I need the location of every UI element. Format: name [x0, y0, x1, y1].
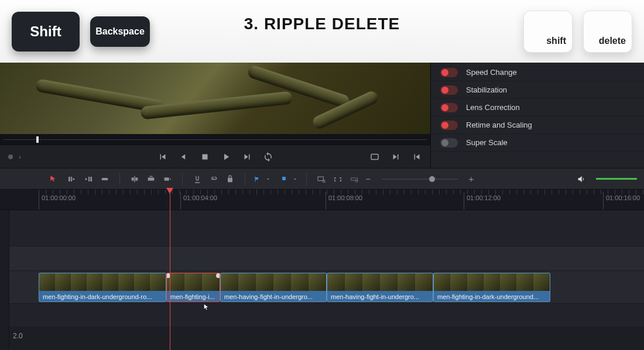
- inspector-row[interactable]: Retime and Scaling: [431, 116, 644, 134]
- clip-label: men-having-fight-in-undergro...: [327, 291, 433, 302]
- svg-rect-8: [282, 177, 286, 180]
- key-backspace: Backspace: [90, 16, 150, 47]
- in-point-marker[interactable]: [36, 136, 39, 143]
- timeline-toolbar: − +: [0, 168, 644, 189]
- track-gutter: [0, 210, 9, 350]
- clip-label: men-fighting-i...: [167, 291, 220, 302]
- playhead[interactable]: [170, 189, 170, 350]
- inspector-row[interactable]: Speed Change: [431, 64, 644, 81]
- zoom-full-icon[interactable]: [331, 173, 344, 186]
- next-clip-icon[interactable]: [242, 152, 252, 162]
- selection-tool-icon[interactable]: [49, 175, 57, 183]
- inspector-label: Lens Correction: [466, 103, 520, 112]
- key-shift-right: shift: [523, 11, 573, 53]
- svg-rect-1: [68, 177, 70, 181]
- go-end-icon[interactable]: [390, 152, 401, 162]
- ruler-tick: 01:00:08:00: [326, 192, 362, 210]
- inspector-label: Speed Change: [466, 68, 517, 77]
- video-editor-app: › Speed Change Stabilizatio: [0, 63, 644, 350]
- inspector-row[interactable]: Lens Correction: [431, 99, 644, 116]
- inspector-label: Super Scale: [466, 138, 508, 147]
- transport-bar: ›: [0, 145, 430, 168]
- viewer-scrubber[interactable]: [0, 134, 430, 145]
- go-start-icon[interactable]: [412, 152, 422, 162]
- search-timeline-icon[interactable]: [315, 173, 328, 186]
- clip-label: men-having-fight-in-undergro...: [221, 291, 326, 302]
- banner-title: 3. RIPPLE DELETE: [244, 15, 400, 33]
- key-delete-right: delete: [583, 11, 632, 53]
- zoom-out-button[interactable]: −: [364, 175, 372, 183]
- clip-label: men-fighting-in-dark-underground...: [434, 291, 550, 302]
- loop-icon[interactable]: [263, 152, 273, 162]
- inspector-label: Retime and Scaling: [466, 121, 532, 129]
- svg-rect-0: [371, 154, 378, 159]
- timeline-tracks[interactable]: 2.0 men-fighting-in-dark-underground-ro.…: [0, 210, 644, 350]
- tutorial-banner: Shift Backspace 3. RIPPLE DELETE shift d…: [0, 0, 644, 63]
- toggle-icon[interactable]: [440, 85, 458, 95]
- ruler-tick: 01:00:04:00: [180, 192, 217, 210]
- zoom-slider[interactable]: [382, 179, 458, 180]
- audio-level-label: 2.0: [13, 332, 23, 340]
- video-clip[interactable]: men-fighting-in-dark-underground...: [433, 273, 550, 302]
- ruler-tick: 01:00:16:00: [603, 192, 640, 210]
- video-clip[interactable]: men-fighting-in-dark-underground-ro...: [39, 273, 166, 302]
- mouse-cursor-icon: [203, 302, 211, 313]
- clip-label: men-fighting-in-dark-underground-ro...: [39, 291, 166, 302]
- svg-rect-9: [318, 177, 323, 181]
- video-clip[interactable]: men-having-fight-in-undergro...: [327, 273, 433, 302]
- chevron-right-icon[interactable]: ›: [19, 153, 21, 160]
- inspector-label: Stabilization: [466, 85, 507, 94]
- link-icon[interactable]: [207, 173, 220, 186]
- clip-handle-right[interactable]: [216, 273, 220, 278]
- svg-rect-3: [102, 178, 108, 180]
- volume-icon[interactable]: [575, 173, 588, 186]
- volume-slider[interactable]: [596, 178, 637, 180]
- trim-out-icon[interactable]: [82, 173, 95, 186]
- toggle-icon[interactable]: [440, 121, 458, 130]
- marker-blue-icon[interactable]: [280, 175, 287, 183]
- inspector-row[interactable]: Stabilization: [431, 81, 644, 99]
- viewer-video[interactable]: [0, 63, 430, 134]
- video-clip[interactable]: men-having-fight-in-undergro...: [220, 273, 327, 302]
- ruler-tick: 01:00:00:00: [39, 192, 76, 210]
- zoom-detail-icon[interactable]: [348, 173, 361, 186]
- overwrite-icon[interactable]: [145, 173, 157, 186]
- svg-rect-5: [135, 177, 138, 180]
- play-icon[interactable]: [221, 152, 231, 162]
- svg-rect-2: [90, 177, 92, 181]
- toggle-icon[interactable]: [440, 68, 458, 77]
- step-back-icon[interactable]: [179, 152, 189, 162]
- video-clip-selected[interactable]: men-fighting-i...: [166, 273, 220, 302]
- svg-rect-6: [148, 177, 155, 180]
- timeline-ruler[interactable]: 01:00:00:00 01:00:04:00 01:00:08:00 01:0…: [0, 189, 644, 210]
- ruler-tick: 01:00:12:00: [464, 192, 501, 210]
- chevron-down-icon[interactable]: [292, 176, 298, 182]
- stop-icon[interactable]: [200, 152, 210, 162]
- lock-icon[interactable]: [224, 173, 237, 186]
- inspector-row[interactable]: Super Scale: [431, 134, 644, 152]
- zoom-in-button[interactable]: +: [467, 175, 475, 183]
- match-frame-icon[interactable]: [369, 152, 380, 162]
- key-shift: Shift: [12, 12, 80, 52]
- blade-tool-icon[interactable]: [98, 173, 111, 186]
- viewer-panel: ›: [0, 63, 430, 168]
- inspector-panel: Speed Change Stabilization Lens Correcti…: [430, 63, 644, 168]
- flag-blue-icon[interactable]: [254, 175, 261, 183]
- prev-clip-icon[interactable]: [157, 152, 168, 162]
- toggle-icon[interactable]: [440, 138, 458, 147]
- chevron-down-icon[interactable]: [265, 176, 271, 182]
- svg-rect-7: [165, 177, 169, 180]
- insert-icon[interactable]: [128, 173, 141, 186]
- snap-icon[interactable]: [191, 173, 204, 186]
- toggle-icon[interactable]: [440, 103, 458, 112]
- status-dot: [8, 155, 13, 159]
- trim-in-icon[interactable]: [66, 173, 78, 186]
- svg-rect-4: [132, 177, 134, 180]
- replace-icon[interactable]: [161, 173, 174, 186]
